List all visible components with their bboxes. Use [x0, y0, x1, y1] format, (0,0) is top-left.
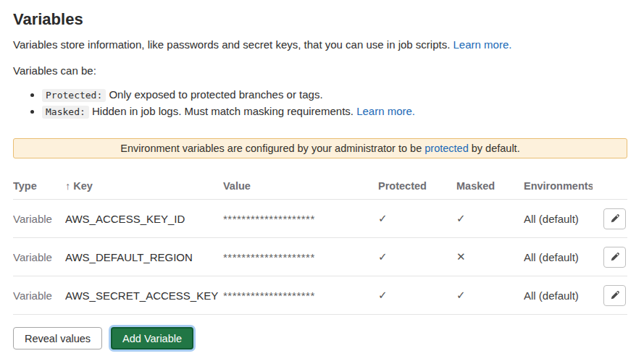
variables-settings-page: Variables Variables store information, l… [0, 10, 644, 349]
pencil-icon [610, 290, 620, 300]
header-value: Value [223, 180, 378, 192]
variable-type: Variable [13, 251, 65, 263]
variable-type: Variable [13, 213, 65, 225]
pencil-icon [610, 252, 620, 262]
table-row: Variable AWS_ACCESS_KEY_ID *************… [13, 200, 627, 238]
variable-masked-value: ******************** [223, 289, 378, 302]
variable-masked-value: ******************** [223, 213, 378, 225]
header-protected: Protected [378, 180, 456, 192]
variable-environments: All (default) [524, 289, 593, 302]
table-row: Variable AWS_SECRET_ACCESS_KEY *********… [13, 276, 627, 315]
alert-protected-link[interactable]: protected [425, 143, 468, 154]
header-key-label: Key [73, 180, 93, 192]
header-key-sortable[interactable]: ↑Key [65, 180, 223, 192]
masked-description: Hidden in job logs. Must match masking r… [92, 105, 354, 117]
list-item-masked: Masked: Hidden in job logs. Must match m… [42, 103, 627, 120]
protected-code-label: Protected: [42, 89, 106, 102]
variables-can-be-text: Variables can be: [13, 64, 627, 77]
variable-environments: All (default) [524, 213, 593, 225]
masked-status-icon: ✓ [456, 212, 466, 224]
masked-status-icon: ✕ [456, 250, 466, 263]
header-type: Type [13, 180, 65, 192]
protected-status-icon: ✓ [378, 212, 388, 224]
masked-code-label: Masked: [42, 106, 89, 119]
variables-table: Type ↑Key Value Protected Masked Environ… [13, 173, 627, 315]
edit-variable-button[interactable] [603, 285, 626, 306]
variable-key: AWS_DEFAULT_REGION [65, 251, 223, 263]
edit-variable-button[interactable] [603, 208, 626, 229]
header-masked: Masked [456, 180, 524, 192]
variable-masked-value: ******************** [223, 251, 378, 263]
header-environments: Environments [524, 180, 593, 192]
intro-learn-more-link[interactable]: Learn more. [453, 38, 512, 51]
table-row: Variable AWS_DEFAULT_REGION ************… [13, 238, 627, 276]
admin-protected-alert: Environment variables are configured by … [13, 138, 627, 158]
table-header-row: Type ↑Key Value Protected Masked Environ… [13, 173, 627, 200]
variable-key: AWS_ACCESS_KEY_ID [65, 213, 223, 225]
edit-variable-button[interactable] [603, 247, 626, 268]
reveal-values-button[interactable]: Reveal values [13, 327, 102, 349]
variable-key: AWS_SECRET_ACCESS_KEY [65, 289, 223, 302]
alert-text-prefix: Environment variables are configured by … [120, 143, 422, 154]
variable-type: Variable [13, 289, 65, 302]
pencil-icon [610, 213, 620, 224]
sort-ascending-icon: ↑ [65, 180, 70, 192]
intro-text: Variables store information, like passwo… [13, 38, 627, 51]
alert-text-suffix: by default. [472, 143, 520, 154]
table-footer-actions: Reveal values Add Variable [13, 327, 627, 349]
variable-environments: All (default) [524, 251, 593, 263]
variable-options-list: Protected: Only exposed to protected bra… [13, 87, 627, 120]
protected-status-icon: ✓ [378, 250, 388, 263]
protected-status-icon: ✓ [378, 289, 388, 301]
protected-description: Only exposed to protected branches or ta… [109, 88, 322, 101]
masked-learn-more-link[interactable]: Learn more. [356, 105, 415, 117]
page-title: Variables [13, 10, 627, 29]
intro-text-body: Variables store information, like passwo… [13, 38, 450, 51]
list-item-protected: Protected: Only exposed to protected bra… [42, 87, 627, 103]
masked-status-icon: ✓ [456, 289, 466, 301]
add-variable-button[interactable]: Add Variable [111, 327, 193, 349]
